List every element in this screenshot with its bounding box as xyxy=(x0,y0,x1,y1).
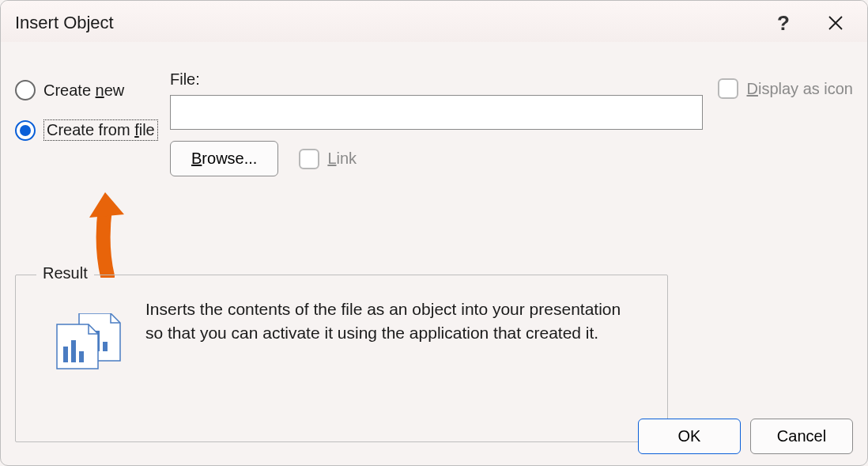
radio-create-new-label: Create new xyxy=(43,81,124,100)
cancel-button[interactable]: Cancel xyxy=(750,419,853,454)
checkbox-icon xyxy=(299,149,319,169)
checkbox-icon xyxy=(718,78,738,99)
dialog-title: Insert Object xyxy=(15,13,749,33)
file-label: File: xyxy=(170,70,703,89)
svg-rect-4 xyxy=(71,340,76,362)
result-description: Inserts the contents of the file as an o… xyxy=(145,297,636,346)
radio-icon xyxy=(15,120,36,141)
titlebar: Insert Object ? xyxy=(1,1,867,42)
help-button[interactable]: ? xyxy=(766,9,801,37)
help-icon: ? xyxy=(777,11,790,36)
embed-object-icon xyxy=(55,313,123,374)
ok-button[interactable]: OK xyxy=(638,419,741,454)
file-area: File: Browse... Link xyxy=(170,70,703,176)
close-button[interactable] xyxy=(818,9,853,37)
radio-icon xyxy=(15,80,36,100)
result-group: Result Inserts the contents of the file … xyxy=(15,275,668,442)
create-mode-radios: Create new Create from file xyxy=(15,80,158,141)
svg-rect-3 xyxy=(63,347,68,362)
dialog-buttons: OK Cancel xyxy=(638,419,853,454)
radio-create-from-file-label: Create from file xyxy=(43,119,158,141)
link-label: Link xyxy=(327,150,357,168)
svg-rect-5 xyxy=(79,351,84,362)
dialog-body: Create new Create from file File: Browse… xyxy=(1,42,867,66)
file-path-input[interactable] xyxy=(170,95,703,130)
close-icon xyxy=(828,15,843,31)
display-as-icon-checkbox[interactable]: Display as icon xyxy=(718,78,853,99)
svg-rect-2 xyxy=(103,342,108,351)
radio-create-from-file[interactable]: Create from file xyxy=(15,119,158,141)
radio-create-new[interactable]: Create new xyxy=(15,80,158,100)
display-as-icon-label: Display as icon xyxy=(746,80,853,98)
result-legend: Result xyxy=(36,264,94,282)
browse-button[interactable]: Browse... xyxy=(170,141,278,176)
link-checkbox[interactable]: Link xyxy=(299,149,357,169)
